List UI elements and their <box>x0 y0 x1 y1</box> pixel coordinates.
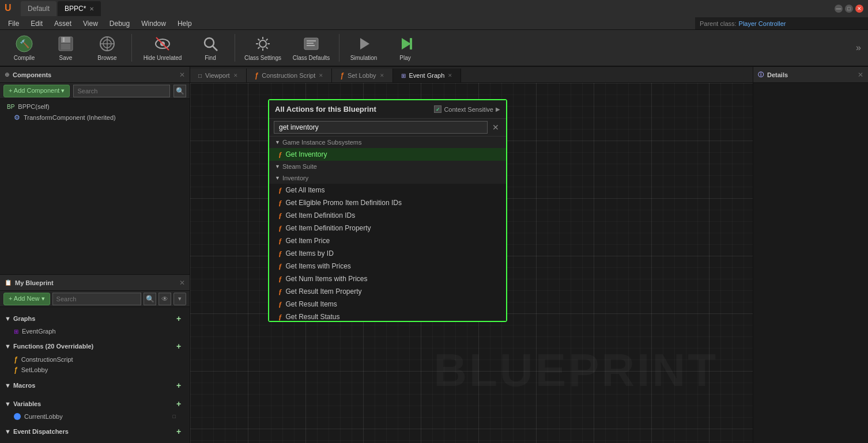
find-button[interactable]: Find <box>191 32 230 64</box>
fn-icon-8: ƒ <box>278 274 282 283</box>
menu-help[interactable]: Help <box>172 17 198 30</box>
close-button[interactable]: ✕ <box>855 5 863 13</box>
blueprint-canvas[interactable]: BLUEPRINT All Actions for this Blueprint… <box>190 83 753 443</box>
tab-construction-script[interactable]: ƒ Construction Script ✕ <box>247 69 333 82</box>
tree-item-transform[interactable]: ⚙ TransformComponent (Inherited) <box>0 112 190 123</box>
maximize-button[interactable]: □ <box>845 5 853 13</box>
functions-section-header[interactable]: ▼ Functions (20 Overridable) + <box>0 338 190 354</box>
context-sensitive-control[interactable]: ✓ Context Sensitive ▶ <box>434 105 500 113</box>
section-steam-suite[interactable]: ▼ Steam Suite <box>269 161 506 172</box>
action-get-result-item-property[interactable]: ƒ Get Result Item Property <box>269 285 506 298</box>
event-dispatchers-header[interactable]: ▼ Event Dispatchers + <box>0 423 190 440</box>
tab-close-icon[interactable]: ✕ <box>89 6 94 12</box>
macros-section-header[interactable]: ▼ Macros + <box>0 377 190 393</box>
svg-line-14 <box>213 46 217 51</box>
setlobby-tab-close[interactable]: ✕ <box>380 73 384 78</box>
action-get-inventory[interactable]: ƒ Get Inventory <box>269 148 506 161</box>
add-component-button[interactable]: + Add Component ▾ <box>3 85 70 97</box>
save-button[interactable]: Save <box>46 32 85 64</box>
dispatchers-add-button[interactable]: + <box>172 425 185 438</box>
menu-asset[interactable]: Asset <box>48 17 77 30</box>
construction-script-item[interactable]: ƒ ConstructionScript <box>0 354 190 365</box>
section-game-instance[interactable]: ▼ Game Instance Subsystems <box>269 137 506 148</box>
svg-rect-22 <box>410 38 412 50</box>
compile-button[interactable]: 🔨 Compile <box>5 32 44 64</box>
components-panel-header: ⊕ Components ✕ <box>0 67 190 83</box>
details-content <box>753 83 868 443</box>
variables-add-button[interactable]: + <box>172 397 185 410</box>
my-blueprint-close-button[interactable]: ✕ <box>179 279 185 287</box>
class-defaults-icon <box>302 35 320 53</box>
construction-tab-close[interactable]: ✕ <box>319 73 323 78</box>
variables-section-header[interactable]: ▼ Variables + <box>0 396 190 412</box>
component-search-icon[interactable]: 🔍 <box>173 85 186 97</box>
eventgraph-tab-close[interactable]: ✕ <box>448 73 452 78</box>
fn-icon-setlobby: ƒ <box>14 366 18 374</box>
add-new-button[interactable]: + Add New ▾ <box>3 293 50 305</box>
action-get-item-price[interactable]: ƒ Get Item Price <box>269 234 506 247</box>
blueprint-search-icon[interactable]: 🔍 <box>144 293 156 305</box>
menu-view[interactable]: View <box>77 17 104 30</box>
fn-icon-7: ƒ <box>278 262 282 271</box>
class-defaults-button[interactable]: Class Defaults <box>288 32 334 64</box>
details-close-button[interactable]: ✕ <box>858 71 863 79</box>
blueprint-eye-button[interactable]: 👁 <box>158 293 171 305</box>
menu-window[interactable]: Window <box>135 17 172 30</box>
simulation-icon <box>354 35 373 53</box>
eventgraph-item[interactable]: ⊞ EventGraph <box>0 327 190 336</box>
action-get-num-items-prices[interactable]: ƒ Get Num Items with Prices <box>269 272 506 285</box>
context-sensitive-checkbox[interactable]: ✓ <box>434 105 441 113</box>
tree-item-bppc[interactable]: BP BPPC(self) <box>0 101 190 112</box>
blueprint-arrow-button[interactable]: ▾ <box>173 293 186 305</box>
action-get-result-status[interactable]: ƒ Get Result Status <box>269 311 506 321</box>
graphs-add-button[interactable]: + <box>172 312 185 325</box>
fn-icon-10: ƒ <box>278 300 282 309</box>
functions-add-button[interactable]: + <box>172 340 185 353</box>
menu-edit[interactable]: Edit <box>25 17 48 30</box>
action-search-input[interactable] <box>274 121 488 134</box>
details-panel: ⓘ Details ✕ <box>753 67 868 443</box>
action-get-result-items[interactable]: ƒ Get Result Items <box>269 298 506 311</box>
minimize-button[interactable]: — <box>835 5 843 13</box>
current-lobby-variable[interactable]: CurrentLobby □ <box>0 412 190 421</box>
blueprint-search-input[interactable] <box>52 293 141 305</box>
browse-button[interactable]: Browse <box>88 32 127 64</box>
class-settings-icon <box>254 35 272 53</box>
components-close-button[interactable]: ✕ <box>179 71 185 79</box>
action-get-items-by-id[interactable]: ƒ Get Items by ID <box>269 247 506 260</box>
set-lobby-item[interactable]: ƒ SetLobby <box>0 365 190 375</box>
transform-icon: ⚙ <box>14 113 20 122</box>
tab-viewport[interactable]: □ Viewport ✕ <box>190 69 247 82</box>
toolbar-expand-button[interactable]: » <box>854 40 863 55</box>
component-search-input[interactable] <box>73 85 170 97</box>
fn-icon-1: ƒ <box>278 185 282 195</box>
action-get-all-items[interactable]: ƒ Get All Items <box>269 184 506 196</box>
tab-bppc[interactable]: BPPC* ✕ <box>58 1 101 16</box>
action-get-items-with-prices[interactable]: ƒ Get Items with Prices <box>269 260 506 272</box>
play-button[interactable]: Play <box>386 32 425 64</box>
action-get-eligible-promo[interactable]: ƒ Get Eligible Promo Item Definition IDs <box>269 196 506 209</box>
tab-event-graph[interactable]: ⊞ Event Graph ✕ <box>393 69 462 82</box>
action-get-item-definition-property[interactable]: ƒ Get Item Definition Property <box>269 222 506 234</box>
graphs-section: ▼ Graphs + ⊞ EventGraph <box>0 309 190 337</box>
viewport-tab-icon: □ <box>198 73 202 79</box>
my-blueprint-header[interactable]: 📋 My Blueprint ✕ <box>0 275 190 291</box>
action-search-clear-button[interactable]: ✕ <box>490 122 501 133</box>
tab-default[interactable]: Default <box>21 1 56 16</box>
parent-class-link[interactable]: Player Controller <box>739 20 786 27</box>
graphs-section-header[interactable]: ▼ Graphs + <box>0 311 190 327</box>
simulation-button[interactable]: Simulation <box>344 32 383 64</box>
tab-set-lobby[interactable]: ƒ Set Lobby ✕ <box>332 69 393 82</box>
action-get-item-definition-ids[interactable]: ƒ Get Item Definition IDs <box>269 209 506 222</box>
section-inventory[interactable]: ▼ Inventory <box>269 172 506 184</box>
hide-unrelated-button[interactable]: Hide Unrelated <box>137 32 188 64</box>
variables-section: ▼ Variables + CurrentLobby □ <box>0 395 190 422</box>
fn-icon-2: ƒ <box>278 198 282 207</box>
macros-add-button[interactable]: + <box>172 379 185 392</box>
viewport-tab-close[interactable]: ✕ <box>233 73 238 78</box>
menu-debug[interactable]: Debug <box>104 17 135 30</box>
parent-class-bar: Parent class: Player Controller <box>695 17 868 30</box>
class-settings-button[interactable]: Class Settings <box>240 32 286 64</box>
fn-icon-get-inventory: ƒ <box>278 150 282 159</box>
menu-file[interactable]: File <box>2 17 25 30</box>
